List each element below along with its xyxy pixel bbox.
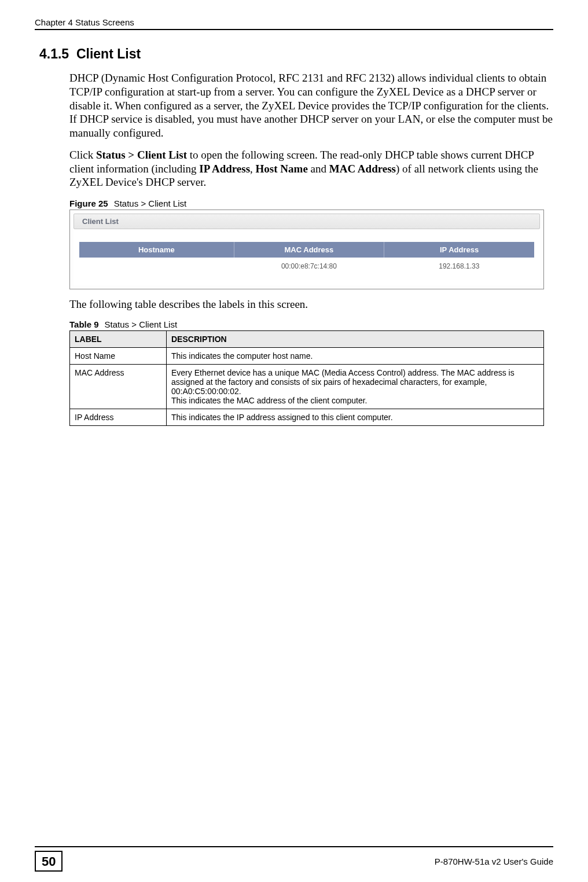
p2-bold2: IP Address xyxy=(199,163,250,175)
header-rule xyxy=(35,29,553,30)
p2-bold4: MAC Address xyxy=(329,163,396,175)
paragraph-1: DHCP (Dynamic Host Configuration Protoco… xyxy=(69,71,553,140)
col-mac: MAC Address xyxy=(234,242,384,258)
screenshot-inner: Client List Hostname MAC Address IP Addr… xyxy=(70,210,543,289)
section-title: Client List xyxy=(76,46,141,61)
section-heading: 4.1.5 Client List xyxy=(39,46,553,62)
chapter-title: Chapter 4 Status Screens xyxy=(35,17,134,27)
col-hostname: Hostname xyxy=(79,242,234,258)
desc-header-row: LABEL DESCRIPTION xyxy=(70,330,544,347)
p2-pre: Click xyxy=(69,149,96,161)
description-table: LABEL DESCRIPTION Host Name This indicat… xyxy=(69,330,544,426)
screenshot-panel-title: Client List xyxy=(74,214,540,229)
table-title: Status > Client List xyxy=(105,319,177,329)
table-number: Table 9 xyxy=(69,319,99,329)
p2-bold1: Status > Client List xyxy=(96,149,187,161)
footer-row: 50 P-870HW-51a v2 User's Guide xyxy=(35,851,553,872)
table-caption: Table 9Status > Client List xyxy=(69,319,553,329)
p2-mid2: , xyxy=(250,163,256,175)
desc-label: Host Name xyxy=(70,347,167,364)
cell-ip: 192.168.1.33 xyxy=(384,258,534,275)
desc-row: Host Name This indicates the computer ho… xyxy=(70,347,544,364)
desc-head-label: LABEL xyxy=(70,330,167,347)
page-number: 50 xyxy=(35,851,63,872)
desc-head-desc: DESCRIPTION xyxy=(167,330,544,347)
desc-label: MAC Address xyxy=(70,364,167,409)
page-footer: 50 P-870HW-51a v2 User's Guide xyxy=(35,846,553,872)
paragraph-3: The following table describes the labels… xyxy=(69,297,553,311)
document-page: Chapter 4 Status Screens 4.1.5 Client Li… xyxy=(0,0,588,882)
paragraph-2: Click Status > Client List to open the f… xyxy=(69,148,553,189)
client-list-header-row: Hostname MAC Address IP Address xyxy=(79,242,534,258)
col-ip: IP Address xyxy=(384,242,534,258)
p2-mid3: and xyxy=(308,163,329,175)
desc-label: IP Address xyxy=(70,409,167,425)
desc-row: MAC Address Every Ethernet device has a … xyxy=(70,364,544,409)
screenshot-body: Hostname MAC Address IP Address 00:00:e8… xyxy=(74,229,540,285)
desc-row: IP Address This indicates the IP address… xyxy=(70,409,544,425)
footer-rule xyxy=(35,846,553,847)
desc-text: Every Ethernet device has a unique MAC (… xyxy=(167,364,544,409)
cell-hostname xyxy=(79,258,234,275)
cell-mac: 00:00:e8:7c:14:80 xyxy=(234,258,384,275)
figure-caption: Figure 25Status > Client List xyxy=(69,199,553,208)
page-header: Chapter 4 Status Screens xyxy=(35,17,553,29)
client-list-row: 00:00:e8:7c:14:80 192.168.1.33 xyxy=(79,258,534,275)
figure-title: Status > Client List xyxy=(114,199,186,208)
client-list-table: Hostname MAC Address IP Address 00:00:e8… xyxy=(79,242,534,275)
figure-number: Figure 25 xyxy=(69,199,108,208)
section-number: 4.1.5 xyxy=(39,46,69,61)
desc-text: This indicates the IP address assigned t… xyxy=(167,409,544,425)
guide-name: P-870HW-51a v2 User's Guide xyxy=(435,857,553,866)
p2-bold3: Host Name xyxy=(256,163,308,175)
figure-screenshot: Client List Hostname MAC Address IP Addr… xyxy=(69,210,544,289)
desc-text: This indicates the computer host name. xyxy=(167,347,544,364)
